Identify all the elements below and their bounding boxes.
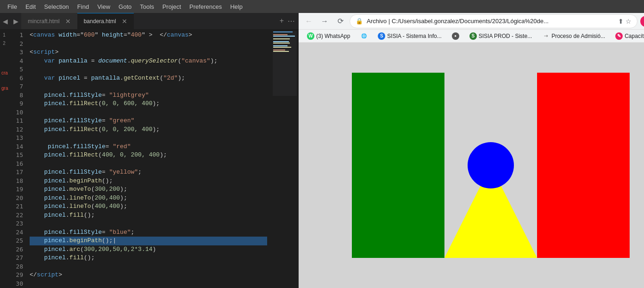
- address-icons: ⬆ ☆: [618, 18, 631, 25]
- address-bar[interactable]: 🔒 Archivo | C:/Users/isabel.gonzalez/Doc…: [350, 14, 638, 28]
- code-line-17: pincel.fillStyle= "yellow";: [30, 168, 267, 177]
- capacitate-favicon: ✎: [615, 32, 623, 40]
- minimap: [271, 29, 299, 288]
- code-line-2: [30, 40, 267, 49]
- new-tab-button[interactable]: +: [280, 17, 284, 25]
- lock-icon: 🔒: [356, 18, 363, 25]
- globe-favicon: 🌐: [360, 32, 368, 40]
- menu-edit[interactable]: Edit: [22, 1, 39, 12]
- code-line-14: pincel.fillStyle= "red": [30, 143, 267, 151]
- proceso-favicon: ⇢: [542, 32, 550, 40]
- bookmark-whatsapp[interactable]: W (3) WhatsApp: [302, 31, 355, 41]
- marker-cra: cra: [1, 69, 7, 77]
- code-line-18: pincel.beginPath();: [30, 177, 267, 186]
- code-line-8: pincel.fillStyle= "lightgrey": [30, 91, 267, 100]
- bookmark-proceso[interactable]: ⇢ Proceso de Admisió...: [538, 31, 610, 41]
- marker-1: 1: [1, 31, 7, 39]
- menu-goto[interactable]: Goto: [115, 1, 135, 12]
- code-line-12: pincel.fillRect(0, 0, 200, 400);: [30, 125, 267, 134]
- back-button[interactable]: ←: [302, 15, 315, 28]
- code-area[interactable]: <canvas width="600" height="400" > </can…: [26, 29, 271, 288]
- bookmarks-bar: W (3) WhatsApp 🌐 S SISIA - Sistema Info.…: [299, 30, 644, 43]
- share-icon[interactable]: ⬆: [618, 18, 624, 25]
- code-line-25: pincel.beginPath();|: [30, 237, 267, 245]
- address-text: Archivo | C:/Users/isabel.gonzalez/Docum…: [367, 18, 614, 25]
- bookmark-globe[interactable]: 🌐: [356, 31, 372, 41]
- minimap-preview: [273, 31, 297, 96]
- code-line-20: pincel.lineTo(200,400);: [30, 194, 267, 203]
- whatsapp-favicon: W: [307, 32, 314, 40]
- bookmark-proceso-label: Proceso de Admisió...: [551, 33, 605, 39]
- bookmark-sisia[interactable]: S SISIA - Sistema Info...: [373, 31, 446, 41]
- menu-help[interactable]: Help: [226, 1, 246, 12]
- code-line-26: pincel.arc(300,200,50,0,2*3.14): [30, 245, 267, 254]
- tab-next[interactable]: ▶: [11, 13, 21, 29]
- tab-bandera[interactable]: bandera.html ✕: [77, 13, 134, 29]
- tab-bandera-label: bandera.html: [84, 18, 116, 25]
- canvas-svg: [352, 73, 630, 258]
- bookmark-dot[interactable]: ●: [447, 31, 464, 41]
- code-line-1: <canvas width="600" height="400" > </can…: [30, 31, 267, 40]
- menu-file[interactable]: File: [4, 1, 21, 12]
- tabs-more-button[interactable]: ⋯: [288, 17, 295, 25]
- menu-project[interactable]: Project: [159, 1, 185, 12]
- tab-prev[interactable]: ◀: [0, 13, 11, 29]
- bookmark-whatsapp-label: (3) WhatsApp: [316, 33, 350, 39]
- tabs-actions: + ⋯: [276, 17, 299, 25]
- code-line-27: pincel.fill();: [30, 254, 267, 263]
- profile-icon[interactable]: I: [640, 16, 644, 27]
- bookmark-capacitate[interactable]: ✎ Capacítate para el...: [611, 31, 644, 41]
- code-line-3: <script>: [30, 48, 267, 57]
- marker-gra: gra: [1, 84, 7, 93]
- code-line-4: var pantalla = document.querySelector("c…: [30, 57, 267, 66]
- main-layout: ◀ ▶ mincraft.html ✕ bandera.html ✕ + ⋯ 1…: [0, 13, 644, 288]
- code-line-15: pincel.fillRect(400, 0, 200, 400);: [30, 151, 267, 160]
- code-line-5: [30, 65, 267, 74]
- dot-favicon: ●: [452, 32, 459, 40]
- tab-mincraft-label: mincraft.html: [28, 18, 60, 25]
- code-line-7: [30, 82, 267, 91]
- code-line-30: [30, 280, 267, 288]
- browser-extra-icons: I </> ⋮: [640, 16, 644, 27]
- code-line-29: </script>: [30, 271, 267, 280]
- code-line-13: [30, 134, 267, 143]
- bookmark-capacitate-label: Capacítate para el...: [625, 33, 644, 39]
- code-line-16: [30, 160, 267, 169]
- tabs-bar: ◀ ▶ mincraft.html ✕ bandera.html ✕ + ⋯: [0, 13, 299, 29]
- code-line-21: pincel.lineTo(400,400);: [30, 202, 267, 211]
- left-bar: 1 2 cra gra: [0, 29, 8, 288]
- code-line-24: pincel.fillStyle= "blue";: [30, 228, 267, 237]
- sisia-prod-favicon: S: [469, 32, 477, 40]
- code-line-22: pincel.fill();: [30, 211, 267, 220]
- code-line-11: pincel.fillStyle= "green": [30, 117, 267, 125]
- svg-rect-2: [537, 73, 630, 258]
- sisia-favicon: S: [378, 32, 385, 40]
- marker-2: 2: [1, 39, 7, 48]
- browser-toolbar: ← → ⟳ 🔒 Archivo | C:/Users/isabel.gonzal…: [299, 13, 644, 30]
- tab-bandera-close[interactable]: ✕: [120, 17, 129, 26]
- reload-button[interactable]: ⟳: [334, 15, 347, 28]
- code-line-6: var pincel = pantalla.getContext("2d");: [30, 74, 267, 83]
- line-numbers: 12345 678910 1112131415 1617181920 21222…: [8, 29, 26, 288]
- svg-point-4: [468, 142, 514, 188]
- tab-mincraft[interactable]: mincraft.html ✕: [21, 13, 77, 29]
- browser-side: ← → ⟳ 🔒 Archivo | C:/Users/isabel.gonzal…: [299, 13, 644, 288]
- code-line-28: [30, 263, 267, 271]
- editor-side: ◀ ▶ mincraft.html ✕ bandera.html ✕ + ⋯ 1…: [0, 13, 299, 288]
- menu-bar: File Edit Selection Find View Goto Tools…: [0, 0, 644, 13]
- bookmark-sisia-prod[interactable]: S SISIA PROD - Siste...: [465, 31, 537, 41]
- menu-tools[interactable]: Tools: [136, 1, 157, 12]
- code-line-10: [30, 108, 267, 117]
- menu-selection[interactable]: Selection: [40, 1, 72, 12]
- bookmark-star-icon[interactable]: ☆: [625, 18, 631, 25]
- menu-preferences[interactable]: Preferences: [186, 1, 225, 12]
- code-line-23: [30, 219, 267, 228]
- svg-rect-1: [352, 73, 444, 258]
- tab-mincraft-close[interactable]: ✕: [63, 17, 73, 26]
- code-line-19: pincel.moveTo(300,200);: [30, 185, 267, 194]
- code-line-9: pincel.fillRect(0, 0, 600, 400);: [30, 100, 267, 108]
- menu-view[interactable]: View: [94, 1, 114, 12]
- bookmark-sisia-prod-label: SISIA PROD - Siste...: [479, 33, 532, 39]
- forward-button[interactable]: →: [318, 15, 331, 28]
- menu-find[interactable]: Find: [74, 1, 93, 12]
